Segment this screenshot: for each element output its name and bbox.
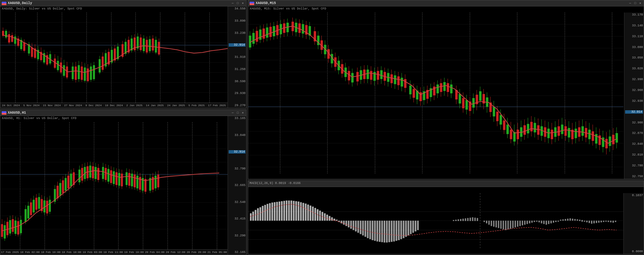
svg-rect-398 [534,123,536,132]
svg-rect-63 [90,67,92,80]
m15-titlebar: XAGUSD,M15 ─ □ ✕ [248,0,644,6]
svg-rect-553 [529,221,530,224]
m15-close[interactable]: ✕ [638,1,642,5]
h1-info: XAGUSD, H1: Silver vs US Dollar, Spot CF… [2,117,76,120]
svg-rect-242 [259,29,261,40]
svg-rect-121 [9,220,11,234]
svg-rect-540 [498,221,499,228]
chart-icon-h1 [2,111,6,115]
svg-rect-266 [302,24,304,33]
svg-rect-356 [462,98,464,108]
svg-rect-456 [259,207,261,221]
svg-rect-308 [377,71,379,80]
svg-rect-493 [348,221,350,228]
h1-t5: 19 Feb 03:00 [83,251,102,254]
m15-p4: 33.080 [625,46,643,49]
m15-minimize[interactable]: ─ [628,1,632,5]
svg-rect-296 [356,72,359,82]
daily-chart-window: XAGUSD,Daily ─ □ ✕ XAGUSD, Daily: Silver… [0,0,247,108]
svg-rect-378 [499,115,502,124]
svg-rect-320 [397,76,400,85]
svg-rect-396 [530,122,533,131]
svg-rect-117 [4,225,6,239]
h1-minimize[interactable]: ─ [231,111,235,115]
m15-p13: 32.810 [625,153,643,157]
daily-t2: 5 Nov 2024 [23,104,40,107]
daily-t4: 27 Nov 2024 [64,104,82,107]
svg-rect-512 [393,221,395,242]
svg-rect-502 [369,221,371,239]
svg-rect-43 [57,61,59,70]
macd-panel: MACD(12,26,9) 0.0019 -0.0166 [248,181,644,254]
svg-rect-528 [465,218,466,221]
svg-rect-95 [143,39,145,51]
svg-rect-514 [398,221,400,240]
main-layout: XAGUSD,Daily ─ □ ✕ XAGUSD, Daily: Silver… [0,0,644,255]
svg-rect-344 [440,83,442,92]
daily-p3: 33.230 [229,31,246,35]
right-column: XAGUSD,M15 ─ □ ✕ XAGUSD, M15: Silver vs … [248,0,644,255]
h1-p6: 32.415 [229,217,246,221]
svg-rect-129 [20,220,22,233]
daily-p8: 29.270 [229,104,246,107]
svg-rect-557 [539,221,540,223]
daily-minimize[interactable]: ─ [231,1,235,5]
svg-rect-203 [131,173,133,186]
h1-controls[interactable]: ─ □ ✕ [231,111,245,115]
svg-rect-569 [567,219,568,221]
m15-maximize[interactable]: □ [633,1,637,5]
svg-rect-123 [12,219,14,232]
svg-rect-501 [367,221,368,238]
m15-controls[interactable]: ─ □ ✕ [628,1,642,5]
svg-rect-536 [488,221,490,225]
svg-rect-69 [102,56,104,70]
svg-rect-304 [370,71,372,80]
svg-rect-499 [362,221,364,236]
m15-p12: 32.840 [625,142,643,146]
svg-rect-565 [558,221,559,222]
m15-p11: 32.870 [625,132,643,135]
svg-rect-573 [577,219,578,221]
daily-maximize[interactable]: □ [236,1,240,5]
svg-rect-137 [33,200,35,213]
daily-p5: 31.250 [229,68,246,71]
svg-rect-11 [5,31,7,38]
macd-info: MACD(12,26,9) 0.0019 -0.0166 [250,182,301,185]
svg-rect-324 [404,79,407,88]
daily-p6: 30.590 [229,80,246,83]
h1-maximize[interactable]: □ [236,111,240,115]
svg-rect-453 [252,212,254,221]
svg-rect-511 [391,221,392,242]
svg-rect-491 [343,221,345,225]
daily-t10: 5 Feb 2025 [188,104,205,107]
svg-rect-560 [546,221,547,225]
daily-close[interactable]: ✕ [241,1,245,5]
svg-rect-310 [380,70,383,79]
svg-rect-503 [372,221,373,240]
h1-t6: 19 Feb 11:00 [103,251,123,254]
svg-rect-103 [155,40,157,52]
svg-rect-426 [582,126,584,136]
svg-rect-328 [413,89,415,98]
svg-rect-468 [288,201,290,221]
svg-rect-549 [519,221,521,226]
svg-rect-444 [612,135,615,144]
svg-rect-581 [596,221,597,223]
daily-p2: 33.890 [229,19,246,23]
svg-rect-316 [390,74,393,83]
h1-t1: 17 Feb 2025 [1,251,19,254]
m15-p3: 33.110 [625,35,643,38]
svg-rect-318 [394,75,396,84]
svg-rect-527 [462,219,464,221]
svg-rect-127 [17,221,19,235]
m15-p14: 32.780 [625,164,643,167]
svg-rect-161 [67,176,69,188]
svg-rect-185 [105,168,107,180]
svg-rect-67 [99,59,101,72]
h1-p4: 32.665 [229,184,246,187]
daily-controls[interactable]: ─ □ ✕ [231,1,245,5]
svg-rect-574 [579,220,581,221]
svg-rect-472 [298,202,299,221]
svg-rect-562 [550,221,552,224]
h1-close[interactable]: ✕ [241,111,245,115]
